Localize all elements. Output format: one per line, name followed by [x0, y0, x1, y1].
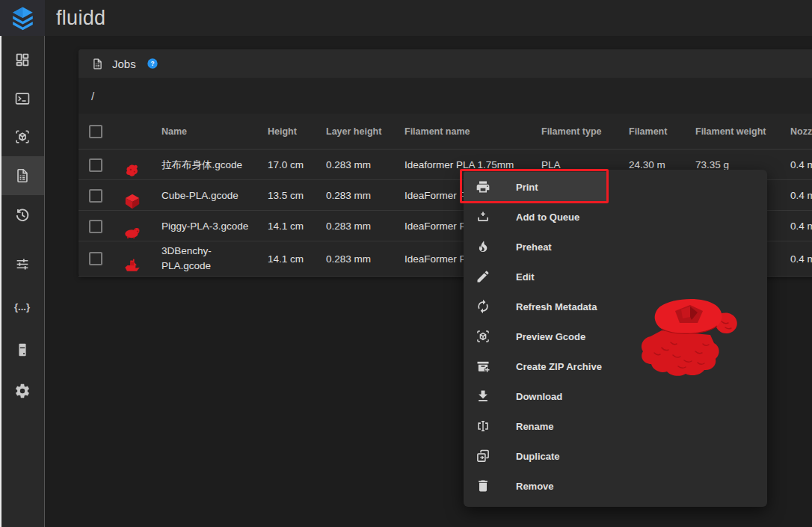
sidebar-item-gcode-preview[interactable] [0, 117, 44, 156]
rename-icon [476, 419, 490, 434]
menu-item-add-to-queue[interactable]: Add to Queue [464, 202, 767, 232]
menu-item-duplicate[interactable]: Duplicate [464, 441, 767, 471]
duplicate-icon [476, 449, 490, 463]
breadcrumb[interactable]: / [79, 78, 812, 114]
col-filament-name[interactable]: Filament name [402, 126, 538, 137]
cell-height: 17.0 cm [265, 159, 323, 170]
sidebar-item-jobs[interactable] [0, 156, 44, 195]
tune-icon [14, 256, 31, 272]
menu-item-preheat[interactable]: Preheat [464, 232, 767, 262]
sidebar: {...} [0, 36, 45, 527]
gcode-large-preview [632, 292, 744, 377]
cell-filament-weight: 73.35 g [692, 159, 787, 170]
topbar: fluidd [0, 0, 812, 36]
sidebar-item-console[interactable] [0, 79, 44, 118]
sidebar-item-settings[interactable] [0, 372, 44, 410]
col-nozzle[interactable]: Nozzle [787, 126, 812, 137]
menu-item-label: Rename [516, 421, 554, 432]
thumb-labubu-icon [123, 161, 159, 180]
cell-name: Cube-PLA.gcode [159, 188, 265, 203]
refresh-icon [476, 299, 490, 314]
cell-layer-height: 0.283 mm [323, 221, 402, 232]
cell-nozzle: 0.4 mm [787, 159, 812, 170]
menu-item-label: Refresh Metadata [516, 301, 597, 312]
file-document-icon [14, 167, 31, 184]
cell-nozzle: 0.4 mm [787, 253, 812, 265]
menu-item-label: Preview Gcode [516, 331, 585, 342]
cell-name: Piggy-PLA-3.gcode [159, 219, 265, 234]
pencil-icon [476, 269, 490, 284]
print-highlight-annotation [460, 169, 609, 203]
row-checkbox[interactable] [89, 158, 102, 172]
thumb-benchy-icon [123, 255, 159, 274]
menu-item-label: Edit [516, 271, 535, 283]
cube-scan-icon [476, 329, 490, 344]
sidebar-item-macros[interactable]: {...} [0, 287, 44, 326]
cell-layer-height: 0.283 mm [323, 159, 402, 170]
console-icon [14, 90, 31, 107]
menu-item-rename[interactable]: Rename [464, 411, 767, 441]
cell-nozzle: 0.4 mm [787, 190, 812, 201]
jobs-panel-header: Jobs ? [79, 49, 812, 78]
thumb-cube-icon [123, 191, 159, 211]
flame-icon [476, 239, 490, 254]
cell-layer-height: 0.283 mm [323, 253, 402, 265]
row-checkbox[interactable] [89, 252, 102, 265]
app-title: fluidd [56, 7, 105, 30]
menu-item-edit[interactable]: Edit [464, 262, 767, 292]
breadcrumb-root[interactable]: / [91, 90, 94, 102]
cell-nozzle: 0.4 mm [787, 221, 812, 232]
row-checkbox[interactable] [89, 189, 102, 203]
sidebar-item-history[interactable] [0, 196, 44, 235]
download-icon [476, 389, 490, 404]
cell-height: 13.5 cm [265, 190, 323, 201]
row-checkbox[interactable] [89, 220, 102, 233]
braces-icon: {...} [14, 300, 30, 313]
menu-item-label: Duplicate [516, 451, 560, 462]
menu-item-label: Preheat [516, 241, 552, 253]
menu-item-label: Download [516, 391, 562, 402]
trash-icon [476, 478, 490, 493]
menu-item-download[interactable]: Download [464, 381, 767, 411]
svg-text:?: ? [150, 60, 154, 67]
sidebar-item-dashboard[interactable] [0, 40, 44, 79]
menu-item-label: Add to Queue [516, 212, 579, 223]
host-icon [14, 342, 31, 358]
context-menu: PrintAdd to QueuePreheatEditRefresh Meta… [464, 170, 767, 507]
cube-scan-icon [14, 129, 31, 145]
help-icon[interactable]: ? [147, 58, 159, 70]
col-filament[interactable]: Filament [626, 126, 692, 137]
fluidd-logo[interactable] [0, 0, 45, 36]
col-filament-type[interactable]: Filament type [538, 126, 626, 137]
col-layer-height[interactable]: Layer height [323, 126, 402, 137]
dashboard-icon [14, 52, 31, 68]
panel-title: Jobs [112, 58, 136, 70]
sidebar-item-host[interactable] [0, 330, 44, 369]
cell-name: 3DBenchy- PLA.gcode [159, 244, 265, 273]
menu-item-label: Create ZIP Archive [516, 361, 602, 372]
select-all-checkbox[interactable] [89, 125, 102, 138]
menu-item-label: Remove [516, 481, 554, 492]
col-filament-weight[interactable]: Filament weight [692, 126, 787, 137]
cell-layer-height: 0.283 mm [323, 190, 402, 201]
fluidd-logo-icon [10, 6, 35, 31]
history-icon [14, 207, 31, 224]
col-name[interactable]: Name [159, 126, 265, 137]
window-left-edge [0, 36, 1, 527]
menu-item-remove[interactable]: Remove [464, 471, 767, 501]
tray-plus-icon [476, 209, 490, 224]
cell-filament: 24.30 m [626, 159, 692, 170]
file-document-icon [91, 58, 104, 70]
fluidd-app: fluidd {...} Jobs ? / Name Height Layer … [0, 0, 812, 527]
table-header: Name Height Layer height Filament name F… [79, 114, 812, 150]
col-height[interactable]: Height [265, 126, 323, 137]
thumb-piggy-icon [123, 222, 159, 241]
cell-height: 14.1 cm [265, 221, 323, 232]
cell-height: 14.1 cm [265, 253, 323, 265]
cell-name: 拉布布身体.gcode [159, 158, 265, 173]
gear-icon [14, 383, 31, 399]
archive-plus-icon [476, 359, 490, 374]
sidebar-item-tune[interactable] [0, 244, 44, 283]
